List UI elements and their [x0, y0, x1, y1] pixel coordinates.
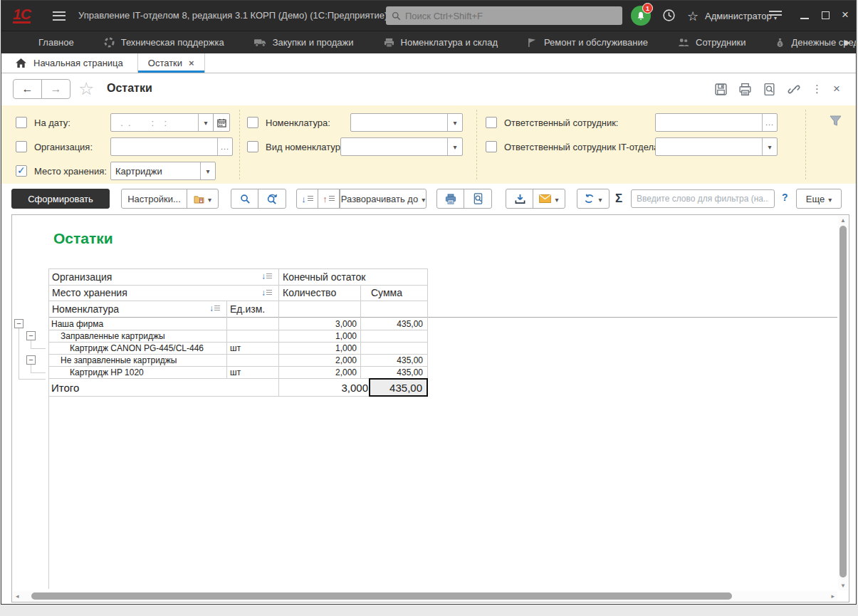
- header-final-balance[interactable]: Конечный остаток: [283, 268, 365, 285]
- menu-item-purchases[interactable]: Закупки и продажи: [254, 37, 354, 48]
- row-sum[interactable]: 435,00: [360, 354, 423, 366]
- global-search-box[interactable]: Поиск Ctrl+Shift+F: [386, 6, 622, 25]
- nomen-type-field[interactable]: [340, 137, 463, 156]
- it-employee-field[interactable]: [655, 137, 778, 156]
- tree-collapse-box[interactable]: −: [26, 355, 36, 365]
- user-name[interactable]: Администратор: [705, 11, 772, 21]
- form-close-icon[interactable]: ×: [833, 82, 840, 96]
- more-actions-icon[interactable]: ⋮: [812, 83, 822, 95]
- menu-item-main[interactable]: Главное: [38, 37, 74, 48]
- calendar-icon[interactable]: [213, 114, 229, 131]
- row-sum[interactable]: 435,00: [360, 318, 423, 330]
- on-date-checkbox[interactable]: [16, 117, 27, 128]
- it-employee-input[interactable]: [656, 138, 762, 155]
- print-preview-icon[interactable]: [763, 83, 776, 96]
- filter-word-input[interactable]: [631, 189, 775, 208]
- sort-icon[interactable]: ↓: [261, 272, 272, 281]
- horizontal-scroll-thumb[interactable]: [31, 592, 732, 600]
- report-sheet[interactable]: Остатки Организация Место хранения Номен…: [13, 216, 837, 590]
- storage-checkbox[interactable]: [16, 165, 27, 177]
- header-nomenclature[interactable]: Номенклатура: [52, 301, 119, 317]
- it-employee-checkbox[interactable]: [486, 141, 497, 152]
- cancel-search-button[interactable]: [258, 189, 286, 209]
- header-quantity[interactable]: Количество: [283, 285, 336, 301]
- storage-input[interactable]: [111, 162, 200, 179]
- favorites-star-icon[interactable]: ☆: [687, 9, 699, 24]
- row-qty[interactable]: 2,000: [278, 354, 357, 366]
- minimize-button[interactable]: [800, 18, 809, 19]
- report-variants-button[interactable]: [187, 189, 219, 209]
- collapse-groups-button[interactable]: ↑: [318, 189, 340, 209]
- storage-field[interactable]: [110, 162, 216, 180]
- row-sum[interactable]: 435,00: [360, 366, 423, 378]
- menu-item-support[interactable]: Техническая поддержка: [104, 37, 224, 48]
- organization-ellipsis-icon[interactable]: [217, 138, 232, 155]
- row-unit[interactable]: шт: [230, 366, 273, 378]
- menu-item-repair[interactable]: Ремонт и обслуживание: [528, 37, 648, 48]
- print-icon[interactable]: [738, 83, 752, 96]
- vertical-scrollbar[interactable]: ▲ ▼: [838, 216, 848, 590]
- row-unit[interactable]: шт: [230, 342, 273, 354]
- employee-ellipsis-icon[interactable]: [762, 114, 777, 131]
- window-close-button[interactable]: ×: [842, 8, 849, 22]
- generate-button[interactable]: Сформировать: [11, 189, 110, 209]
- nomen-type-input[interactable]: [341, 138, 447, 155]
- get-link-icon[interactable]: [787, 83, 801, 96]
- total-sum-selected-cell[interactable]: 435,00: [369, 378, 428, 397]
- total-qty[interactable]: 3,000: [278, 379, 368, 396]
- horizontal-scrollbar[interactable]: ◂ ▸: [13, 591, 837, 601]
- main-menu-icon[interactable]: [53, 11, 66, 21]
- on-date-field[interactable]: . . : :: [110, 113, 230, 132]
- settings-button[interactable]: Настройки...: [121, 189, 187, 209]
- maximize-button[interactable]: [822, 11, 830, 19]
- scroll-up-icon[interactable]: ▲: [838, 217, 848, 224]
- nomen-type-checkbox[interactable]: [247, 141, 258, 152]
- totals-sigma-icon[interactable]: Σ: [615, 192, 622, 206]
- row-qty[interactable]: 1,000: [278, 342, 357, 354]
- nomen-type-dropdown-icon[interactable]: [447, 138, 462, 155]
- header-storage[interactable]: Место хранения: [52, 285, 127, 301]
- service-menu-icon[interactable]: ▾: [769, 11, 782, 21]
- storage-dropdown-icon[interactable]: [200, 162, 215, 179]
- history-icon[interactable]: [662, 9, 676, 22]
- organization-input[interactable]: [111, 138, 217, 155]
- find-button[interactable]: [231, 189, 259, 209]
- tree-collapse-box[interactable]: −: [26, 331, 36, 340]
- add-to-favorites-star-icon[interactable]: ☆: [78, 78, 94, 99]
- employee-field[interactable]: [655, 113, 778, 132]
- header-sum[interactable]: Сумма: [371, 285, 402, 301]
- sort-icon[interactable]: ↓: [261, 288, 272, 297]
- row-group-name[interactable]: Не заправленные картриджы: [61, 354, 224, 366]
- nomenclature-checkbox[interactable]: [247, 117, 258, 128]
- tab-ostatki[interactable]: Остатки ×: [137, 53, 205, 73]
- back-button[interactable]: ←: [13, 79, 42, 99]
- row-item-name[interactable]: Картридж CANON PG-445/CL-446: [70, 342, 225, 354]
- row-qty[interactable]: 3,000: [278, 318, 357, 330]
- print-button[interactable]: [436, 189, 465, 209]
- organization-checkbox[interactable]: [16, 141, 27, 152]
- header-organization[interactable]: Организация: [52, 268, 112, 285]
- more-button[interactable]: Еще: [796, 189, 842, 209]
- filter-funnel-icon[interactable]: [830, 115, 842, 127]
- send-email-button[interactable]: [533, 189, 565, 209]
- it-employee-dropdown-icon[interactable]: [762, 138, 777, 155]
- menu-item-stock[interactable]: Номенклатура и склад: [384, 37, 498, 48]
- menu-scroll-right-icon[interactable]: ▶: [844, 38, 850, 47]
- row-qty[interactable]: 2,000: [278, 366, 357, 378]
- employee-input[interactable]: [656, 114, 762, 131]
- row-group-name[interactable]: Наша фирма: [51, 318, 222, 330]
- notifications-button[interactable]: 1: [631, 6, 651, 26]
- save-icon[interactable]: [714, 83, 728, 96]
- save-result-button[interactable]: [506, 189, 534, 209]
- nomenclature-input[interactable]: [351, 114, 447, 131]
- row-qty[interactable]: 1,000: [278, 330, 357, 342]
- organization-field[interactable]: [110, 137, 233, 156]
- tab-home[interactable]: Начальная страница: [1, 53, 137, 73]
- on-date-dropdown-icon[interactable]: [198, 114, 213, 131]
- nomenclature-field[interactable]: [350, 113, 463, 132]
- row-group-name[interactable]: Заправленные картриджы: [61, 330, 224, 342]
- employee-checkbox[interactable]: [486, 117, 497, 128]
- total-label[interactable]: Итого: [51, 379, 194, 396]
- forward-button[interactable]: →: [41, 79, 70, 99]
- scroll-right-icon[interactable]: ▸: [831, 592, 835, 600]
